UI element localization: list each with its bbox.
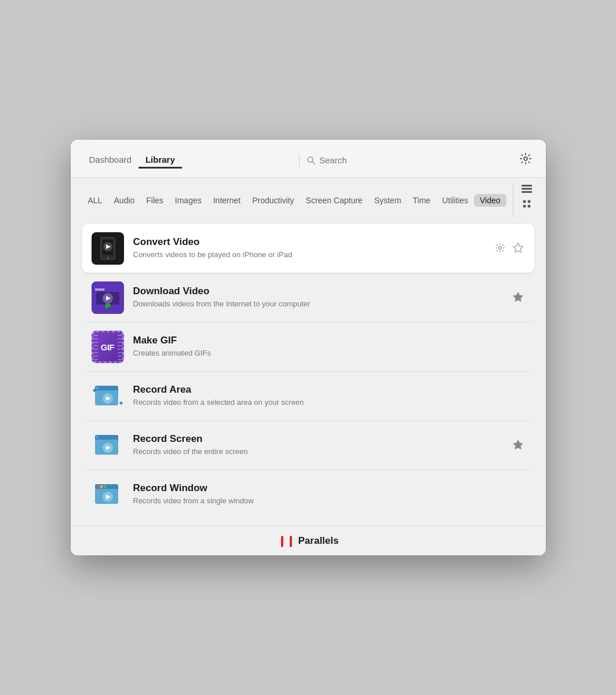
svg-rect-4 (522, 188, 532, 190)
filter-files[interactable]: Files (140, 194, 169, 207)
svg-point-12 (107, 257, 109, 259)
star-filled-icon (512, 291, 524, 303)
list-item[interactable]: Record Screen Records video of the entir… (82, 421, 534, 470)
filter-row: ALL Audio Files Images Internet Producti… (71, 178, 546, 217)
filter-screen-capture[interactable]: Screen Capture (300, 194, 369, 207)
view-controls (513, 184, 534, 217)
filter-system[interactable]: System (369, 194, 407, 207)
filter-time[interactable]: Time (407, 194, 436, 207)
filter-audio[interactable]: Audio (108, 194, 140, 207)
convert-video-text: Convert Video Converts videos to be play… (133, 236, 484, 260)
download-video-icon: www (92, 281, 124, 314)
convert-video-settings-button[interactable] (494, 242, 506, 256)
svg-rect-36 (96, 436, 99, 438)
record-screen-text: Record Screen Records video of the entir… (133, 433, 502, 457)
make-gif-icon: GIF (92, 331, 124, 363)
list-item[interactable]: GIF Make GIF Creates animated GIFs (82, 323, 534, 372)
parallels-brand-name: Parallels (298, 535, 339, 547)
record-area-icon (92, 380, 124, 412)
record-screen-actions (511, 438, 525, 453)
app-window: Dashboard Library (71, 140, 546, 555)
search-container (307, 155, 517, 165)
record-screen-icon (92, 429, 124, 462)
filter-productivity[interactable]: Productivity (246, 194, 300, 207)
make-gif-text: Make GIF Creates animated GIFs (133, 335, 516, 359)
settings-icon (495, 243, 505, 253)
convert-video-icon (92, 232, 124, 265)
gear-icon (519, 152, 532, 165)
convert-video-title: Convert Video (133, 236, 484, 248)
film-strip-right (118, 332, 122, 361)
footer: ❙❙ Parallels (71, 526, 546, 555)
search-input[interactable] (319, 155, 389, 165)
search-icon (307, 156, 316, 165)
convert-video-star-button[interactable] (511, 241, 525, 257)
record-window-desc: Records video from a single window (133, 496, 516, 506)
download-video-desc: Downloads videos from the Internet to yo… (133, 299, 502, 309)
star-outline-icon (512, 242, 524, 254)
download-video-title: Download Video (133, 286, 502, 297)
list-item[interactable]: Record Window Records video from a singl… (82, 470, 534, 519)
filter-all[interactable]: ALL (82, 194, 108, 207)
download-video-star-button[interactable] (511, 290, 525, 306)
svg-point-8 (523, 205, 526, 208)
record-area-text: Record Area Records video from a selecte… (133, 384, 516, 408)
make-gif-title: Make GIF (133, 335, 516, 346)
record-area-title: Record Area (133, 384, 516, 396)
download-video-actions (511, 290, 525, 306)
record-window-title: Record Window (133, 482, 516, 494)
record-area-desc: Records video from a selected area on yo… (133, 397, 516, 408)
grid-view-button[interactable] (519, 198, 534, 211)
tab-dashboard[interactable]: Dashboard (82, 152, 138, 169)
download-video-text: Download Video Downloads videos from the… (133, 286, 502, 309)
items-list: Convert Video Converts videos to be play… (71, 217, 546, 526)
make-gif-desc: Creates animated GIFs (133, 348, 516, 359)
svg-point-42 (96, 485, 99, 488)
svg-point-7 (527, 200, 530, 203)
parallels-bars-icon: ❙❙ (278, 535, 295, 547)
tab-library[interactable]: Library (138, 152, 182, 169)
record-screen-star-button[interactable] (511, 438, 525, 453)
list-view-button[interactable] (519, 184, 534, 196)
svg-rect-22 (105, 303, 110, 307)
filter-tags: ALL Audio Files Images Internet Producti… (82, 194, 507, 207)
svg-point-15 (498, 246, 501, 249)
svg-point-9 (527, 205, 530, 208)
filter-video[interactable]: Video (474, 194, 506, 207)
convert-video-desc: Converts videos to be played on iPhone o… (133, 250, 484, 260)
list-item[interactable]: www Download Video Downloads videos from… (82, 273, 534, 323)
svg-point-2 (524, 157, 527, 160)
record-screen-title: Record Screen (133, 433, 502, 445)
record-window-icon (92, 478, 124, 511)
svg-point-43 (100, 485, 103, 488)
parallels-logo: ❙❙ Parallels (278, 535, 339, 547)
record-window-text: Record Window Records video from a singl… (133, 482, 516, 506)
header: Dashboard Library (71, 140, 546, 178)
list-item[interactable]: Convert Video Converts videos to be play… (82, 224, 534, 273)
filter-images[interactable]: Images (169, 194, 207, 207)
nav-divider (299, 154, 300, 167)
svg-rect-5 (522, 191, 532, 193)
star-filled-icon (512, 439, 524, 451)
svg-line-1 (312, 162, 315, 164)
film-strip-left (93, 332, 98, 361)
list-view-icon (522, 185, 532, 193)
filter-internet[interactable]: Internet (207, 194, 246, 207)
filter-utilities[interactable]: Utilities (436, 194, 474, 207)
settings-button[interactable] (517, 150, 534, 170)
header-top: Dashboard Library (82, 150, 534, 170)
svg-point-6 (523, 200, 526, 203)
list-item[interactable]: Record Area Records video from a selecte… (82, 372, 534, 421)
svg-point-44 (103, 485, 106, 488)
svg-text:www: www (94, 287, 105, 291)
svg-rect-26 (96, 387, 99, 389)
nav-tabs: Dashboard Library (82, 152, 293, 168)
svg-rect-3 (522, 185, 532, 186)
convert-video-actions (494, 241, 525, 257)
grid-view-icon (522, 199, 531, 209)
record-screen-desc: Records video of the entire screen (133, 447, 502, 457)
